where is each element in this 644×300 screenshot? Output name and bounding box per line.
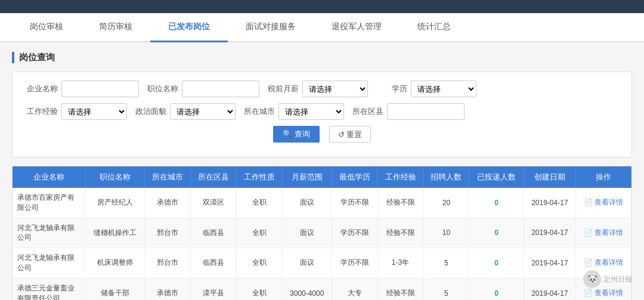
political-group: 政治面貌 请选择 bbox=[133, 103, 236, 120]
reset-button[interactable]: ↺ 重置 bbox=[329, 126, 371, 143]
district-input[interactable] bbox=[387, 103, 465, 120]
section-title: 岗位查询 bbox=[12, 52, 632, 63]
city-group: 所在城市 请选择 bbox=[242, 103, 344, 120]
col-header-5: 月薪范围 bbox=[282, 166, 332, 188]
table-cell-1-5: 面议 bbox=[282, 218, 332, 248]
table-cell-2-0: 河北飞龙轴承有限公司 bbox=[13, 248, 86, 279]
political-select[interactable]: 请选择 bbox=[170, 103, 236, 120]
education-select[interactable]: 请选择 bbox=[411, 81, 476, 97]
table-cell-1-9: 0 bbox=[469, 218, 524, 248]
search-button[interactable]: 🔍 查询 bbox=[273, 126, 320, 143]
experience-select[interactable]: 请选择 bbox=[61, 103, 127, 120]
table-row: 河北飞龙轴承有限公司缝穗机操作工邢台市临西县全职面议学历不限经验不限100201… bbox=[13, 218, 631, 248]
education-label: 学历 bbox=[374, 83, 407, 94]
nav-tab-1[interactable]: 简历审核 bbox=[81, 13, 150, 42]
table-cell-3-0: 承德三元金量畜业有限责任公司 bbox=[13, 278, 86, 300]
company-label: 企业名称 bbox=[24, 83, 58, 94]
table-cell-0-8: 20 bbox=[423, 188, 469, 218]
salary-label: 税前月薪 bbox=[265, 83, 299, 94]
table-cell-1-1: 缝穗机操作工 bbox=[86, 218, 145, 248]
col-header-11: 操作 bbox=[576, 166, 631, 188]
table-cell-2-8: 5 bbox=[423, 248, 469, 279]
table-cell-0-2: 承德市 bbox=[145, 188, 191, 218]
nav-tab-3[interactable]: 面试对接服务 bbox=[228, 13, 314, 42]
table-cell-2-3: 临西县 bbox=[191, 248, 237, 279]
table-cell-3-9: 0 bbox=[469, 278, 524, 300]
nav-tab-0[interactable]: 岗位审核 bbox=[12, 13, 81, 42]
table-cell-2-4: 全职 bbox=[236, 248, 282, 279]
table-cell-1-11[interactable]: 📄 查看详情 bbox=[576, 218, 631, 248]
table-cell-3-8: 5 bbox=[423, 278, 469, 300]
company-input[interactable] bbox=[61, 81, 139, 97]
col-header-0: 企业名称 bbox=[13, 166, 86, 188]
col-header-7: 工作经验 bbox=[377, 166, 423, 188]
experience-group: 工作经验 请选择 bbox=[24, 103, 127, 120]
table-cell-0-6: 学历不限 bbox=[332, 188, 377, 218]
table-cell-1-0: 河北飞龙轴承有限公司 bbox=[13, 218, 86, 248]
table-cell-2-9: 0 bbox=[469, 248, 524, 279]
watermark-text: 定州日报 bbox=[603, 274, 632, 284]
company-group: 企业名称 bbox=[24, 81, 139, 97]
table-cell-1-7: 经验不限 bbox=[377, 218, 423, 248]
col-header-10: 创建日期 bbox=[524, 166, 575, 188]
table-cell-2-2: 邢台市 bbox=[145, 248, 191, 279]
position-group: 职位名称 bbox=[145, 81, 259, 97]
table-cell-0-3: 双滦区 bbox=[191, 188, 237, 218]
nav-tab-2[interactable]: 已发布岗位 bbox=[150, 13, 228, 42]
table-cell-1-2: 邢台市 bbox=[145, 218, 191, 248]
table-cell-0-9: 0 bbox=[469, 188, 524, 218]
view-detail-link[interactable]: 📄 查看详情 bbox=[584, 258, 623, 267]
watermark: 🐼 定州日报 bbox=[583, 270, 632, 288]
table-cell-3-5: 3000-4000 bbox=[282, 278, 332, 300]
table-row: 承德市百家房产有限公司房产经纪人承德市双滦区全职面议学历不限经验不限200201… bbox=[13, 188, 631, 218]
table-cell-3-10: 2019-04-17 bbox=[524, 278, 575, 300]
nav-tabs: 岗位审核简历审核已发布岗位面试对接服务退役军人管理统计汇总 bbox=[0, 13, 644, 42]
view-detail-link[interactable]: 📄 查看详情 bbox=[584, 198, 623, 206]
table-cell-0-4: 全职 bbox=[236, 188, 282, 218]
salary-group: 税前月薪 请选择 bbox=[265, 81, 368, 97]
col-header-2: 所在城市 bbox=[145, 166, 191, 188]
table-cell-3-2: 承德市 bbox=[145, 278, 191, 300]
district-label: 所在区县 bbox=[350, 106, 383, 117]
view-detail-link[interactable]: 📄 查看详情 bbox=[584, 289, 623, 297]
political-label: 政治面貌 bbox=[133, 106, 166, 117]
experience-label: 工作经验 bbox=[24, 106, 58, 117]
table-cell-3-3: 滦平县 bbox=[191, 278, 237, 300]
col-header-8: 招聘人数 bbox=[423, 166, 469, 188]
search-label: 查询 bbox=[295, 129, 310, 138]
table-cell-2-7: 1-3年 bbox=[377, 248, 423, 279]
table-cell-1-6: 学历不限 bbox=[332, 218, 377, 248]
table-cell-0-11[interactable]: 📄 查看详情 bbox=[576, 188, 631, 218]
table-cell-3-6: 大专 bbox=[332, 278, 377, 300]
search-row-3: 🔍 查询 ↺ 重置 bbox=[24, 126, 620, 143]
watermark-logo: 🐼 bbox=[583, 270, 601, 288]
table-header-row: 企业名称职位名称所在城市所在区县工作性质月薪范围最低学历工作经验招聘人数已投递人… bbox=[13, 166, 631, 188]
table-cell-0-10: 2019-04-17 bbox=[524, 188, 575, 218]
table-cell-3-7: 经验不限 bbox=[377, 278, 423, 300]
nav-tab-4[interactable]: 退役军人管理 bbox=[314, 13, 400, 42]
top-bar bbox=[0, 0, 644, 13]
reset-label: 重置 bbox=[346, 130, 362, 139]
table-cell-2-1: 机床调整师 bbox=[86, 248, 145, 279]
results-table: 企业名称职位名称所在城市所在区县工作性质月薪范围最低学历工作经验招聘人数已投递人… bbox=[13, 166, 631, 300]
table-cell-1-3: 临西县 bbox=[191, 218, 237, 248]
search-row-2: 工作经验 请选择 政治面貌 请选择 所在城市 请选择 所在区县 bbox=[24, 103, 620, 120]
table-cell-1-10: 2019-04-17 bbox=[524, 218, 575, 248]
salary-select[interactable]: 请选择 bbox=[302, 81, 368, 97]
col-header-6: 最低学历 bbox=[332, 166, 377, 188]
education-group: 学历 请选择 bbox=[374, 81, 476, 97]
view-detail-link[interactable]: 📄 查看详情 bbox=[584, 228, 623, 237]
nav-tab-5[interactable]: 统计汇总 bbox=[400, 13, 469, 42]
position-input[interactable] bbox=[182, 81, 259, 97]
search-icon: 🔍 bbox=[283, 129, 292, 138]
table-cell-0-7: 经验不限 bbox=[377, 188, 423, 218]
city-select[interactable]: 请选择 bbox=[278, 103, 344, 120]
search-panel: 企业名称 职位名称 税前月薪 请选择 学历 请选择 工作 bbox=[12, 72, 632, 157]
table-cell-2-10: 2019-04-17 bbox=[524, 248, 575, 279]
table-cell-3-4: 全职 bbox=[236, 278, 282, 300]
position-label: 职位名称 bbox=[145, 83, 178, 94]
col-header-3: 所在区县 bbox=[191, 166, 237, 188]
table-cell-1-4: 全职 bbox=[236, 218, 282, 248]
table-cell-3-1: 储备干部 bbox=[86, 278, 145, 300]
table-cell-2-5: 面议 bbox=[282, 248, 332, 279]
